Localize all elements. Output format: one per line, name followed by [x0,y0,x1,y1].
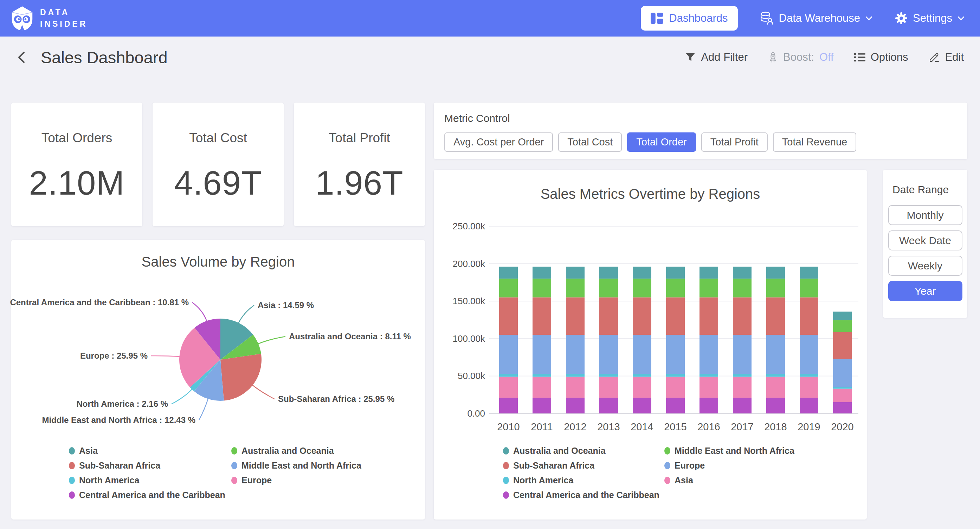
legend-label: Central America and the Caribbean [513,490,659,500]
metric-button-total-order[interactable]: Total Order [627,132,696,152]
bar-segment [633,374,651,377]
legend-item[interactable]: Australia and Oceania [231,446,361,456]
add-filter-label: Add Filter [701,51,748,64]
date-range-card: Date Range Monthly Week Date Weekly Year [883,170,967,318]
bar-segment [566,398,585,413]
date-button-year[interactable]: Year [888,281,963,301]
bar-segment [633,335,651,374]
legend-item[interactable]: North America [69,475,225,485]
legend-item[interactable]: Central America and the Caribbean [69,490,225,500]
pie-slice-label: Central America and the Caribbean : 10.8… [10,297,189,307]
bar-segment [766,398,785,413]
date-range-buttons: Monthly Week Date Weekly Year [883,205,967,301]
x-axis-tick-label: 2016 [697,421,720,432]
y-axis-tick-label: 200.00k [452,259,485,269]
pie-leader-line [238,305,254,324]
kpi-label: Total Orders [41,131,113,145]
bar-segment [566,267,585,278]
options-label: Options [871,51,908,64]
legend-label: Asia [79,446,98,456]
legend-color-dot [231,447,237,454]
edit-button[interactable]: Edit [929,51,964,64]
pie-leader-line [199,398,208,420]
date-button-week-date[interactable]: Week Date [888,230,963,251]
header-actions: Add Filter Boost: Off [685,51,964,64]
y-axis-tick-label: 150.00k [452,296,485,306]
dashboard-grid-icon [651,13,663,24]
database-icon [760,11,774,25]
kpi-value: 2.10M [29,164,125,202]
bar-segment [599,398,618,413]
metric-button-avg-cost-per-order[interactable]: Avg. Cost per Order [444,132,553,152]
date-button-weekly[interactable]: Weekly [888,256,963,276]
metric-button-total-profit[interactable]: Total Profit [701,132,768,152]
bar-segment [633,267,651,278]
legend-item[interactable]: Middle East and North Africa [231,461,361,471]
bar-segment [533,335,551,374]
bar-segment [499,377,518,398]
legend-label: North America [513,475,573,485]
legend-item[interactable]: Europe [231,475,361,485]
legend-color-dot [503,477,509,484]
back-button[interactable] [16,49,27,65]
legend-item[interactable]: Sub-Saharan Africa [69,461,225,471]
bar-segment [566,297,585,335]
legend-item[interactable]: Sub-Saharan Africa [503,461,659,471]
chevron-down-icon [958,16,964,21]
bar-segment [766,267,785,278]
nav-item-label: Settings [913,12,952,25]
legend-item[interactable]: Central America and the Caribbean [503,490,659,500]
bar-segment [499,297,518,335]
metric-button-total-revenue[interactable]: Total Revenue [773,132,856,152]
bar-segment [533,267,551,278]
nav-item-dashboards[interactable]: Dashboards [641,6,737,30]
date-button-monthly[interactable]: Monthly [888,205,963,225]
options-button[interactable]: Options [854,51,908,64]
pencil-icon [929,52,940,63]
bar-segment [833,320,852,332]
kpi-card-total-profit: Total Profit 1.96T [294,103,425,226]
bar-segment [700,297,718,335]
nav-item-settings[interactable]: Settings [895,12,964,25]
pie-slice-label: Sub-Saharan Africa : 25.95 % [278,394,395,404]
bar-segment [766,297,785,335]
page-title: Sales Dashboard [41,48,168,67]
bar-segment [499,267,518,278]
legend-color-dot [503,447,509,454]
owl-logo-icon [11,5,34,31]
bar-segment [700,377,718,398]
boost-state: Off [819,51,834,64]
legend-item[interactable]: Middle East and North Africa [664,446,794,456]
bar-segment [633,398,651,413]
pie-slice-label: Europe : 25.95 % [80,351,148,361]
legend-item[interactable]: Asia [69,446,225,456]
bar-segment [800,297,818,335]
bar-segment [833,359,852,387]
legend-item[interactable]: Australia and Oceania [503,446,659,456]
bar-segment [599,374,618,377]
bar-segment [766,374,785,377]
legend-item[interactable]: North America [503,475,659,485]
bar-segment [666,267,685,278]
legend-label: Central America and the Caribbean [79,490,225,500]
bar-segment [700,398,718,413]
bar-segment [800,267,818,278]
bar-segment [800,335,818,374]
gear-icon [895,12,908,25]
bar-segment [733,297,751,335]
boost-toggle[interactable]: Boost: Off [768,51,834,64]
bar-segment [633,377,651,398]
pie-leader-line [252,385,275,399]
nav-items: Dashboards Data Warehouse [641,6,964,30]
legend-item[interactable]: Asia [664,475,794,485]
bar-segment [700,374,718,377]
bar-segment [599,267,618,278]
add-filter-button[interactable]: Add Filter [685,51,748,64]
bar-segment [566,377,585,398]
legend-item[interactable]: Europe [664,461,794,471]
legend-color-dot [503,491,509,499]
metric-button-total-cost[interactable]: Total Cost [558,132,622,152]
nav-item-data-warehouse[interactable]: Data Warehouse [760,11,872,25]
legend-color-dot [69,462,75,469]
bar-segment [533,278,551,297]
